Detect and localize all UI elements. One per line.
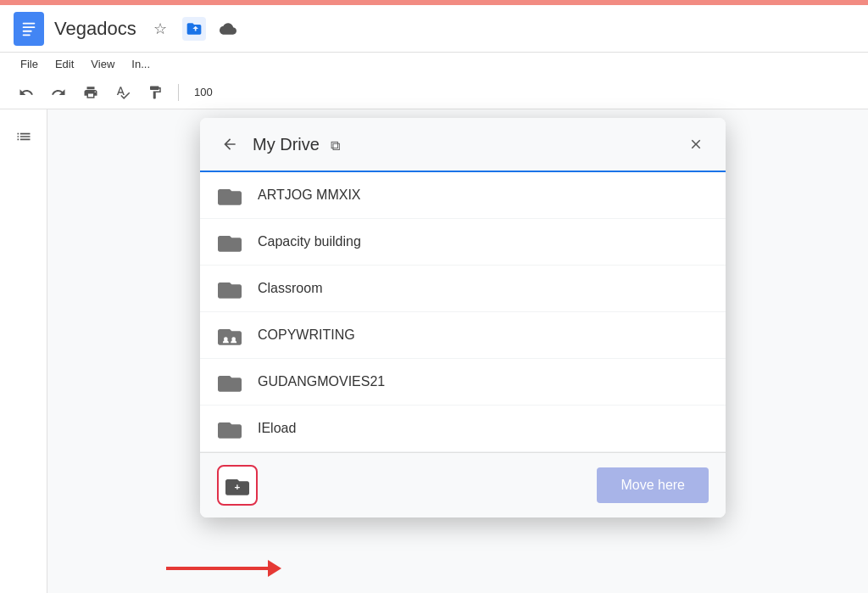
- external-link-icon[interactable]: ⧉: [331, 138, 340, 153]
- menu-edit[interactable]: Edit: [48, 54, 81, 74]
- folder-icon: [217, 277, 242, 299]
- toolbar: 100: [0, 76, 868, 109]
- svg-rect-1: [23, 22, 36, 24]
- folder-item[interactable]: Classroom: [200, 266, 726, 312]
- svg-rect-0: [19, 18, 38, 40]
- folder-name: Capacity building: [258, 234, 361, 249]
- arrow-shaft: [166, 567, 268, 570]
- arrow-head: [268, 560, 281, 577]
- main-area: My Drive ⧉ ARTJOG MMXIX Capacity buildin…: [0, 109, 868, 593]
- move-here-button[interactable]: Move here: [597, 467, 709, 503]
- svg-rect-3: [23, 30, 32, 31]
- dialog-footer: + Move here: [200, 452, 726, 517]
- folder-item[interactable]: Capacity building: [200, 219, 726, 266]
- folder-list: ARTJOG MMXIX Capacity building Classroom…: [200, 172, 726, 452]
- folder-item[interactable]: GUDANGMOVIES21: [200, 359, 726, 406]
- folder-icon: [217, 417, 242, 439]
- folder-item[interactable]: IEload: [200, 406, 726, 452]
- paint-format-button[interactable]: [142, 80, 168, 105]
- bookmark-icon[interactable]: ☆: [148, 17, 172, 41]
- folder-icon: [217, 371, 242, 393]
- undo-button[interactable]: [14, 80, 39, 105]
- svg-rect-4: [23, 34, 31, 36]
- dialog-title: My Drive ⧉: [253, 135, 683, 154]
- menu-view[interactable]: View: [84, 54, 121, 74]
- menu-file[interactable]: File: [14, 54, 45, 74]
- svg-text:+: +: [235, 481, 241, 492]
- cloud-icon[interactable]: [216, 17, 240, 41]
- spell-check-button[interactable]: [110, 80, 136, 105]
- header-icons: ☆: [148, 17, 240, 41]
- folder-name: GUDANGMOVIES21: [258, 374, 385, 389]
- folder-name: Classroom: [258, 281, 322, 296]
- folder-name: ARTJOG MMXIX: [258, 187, 361, 203]
- folder-name: IEload: [258, 421, 296, 436]
- folder-item[interactable]: COPYWRITING: [200, 312, 726, 359]
- sidebar: [0, 109, 47, 593]
- move-to-drive-icon[interactable]: [182, 17, 206, 41]
- app-icon: [14, 12, 44, 46]
- toolbar-separator: [178, 84, 179, 101]
- arrow-indicator: [166, 560, 281, 577]
- dialog-header: My Drive ⧉: [200, 118, 726, 172]
- shared-folder-icon: [217, 324, 242, 346]
- folder-name: COPYWRITING: [258, 327, 355, 343]
- menu-insert[interactable]: In...: [125, 54, 157, 74]
- sidebar-list-icon[interactable]: [10, 123, 37, 150]
- folder-item[interactable]: ARTJOG MMXIX: [200, 172, 726, 219]
- app-title: Vegadocs: [54, 18, 136, 40]
- document-area: My Drive ⧉ ARTJOG MMXIX Capacity buildin…: [47, 109, 868, 593]
- svg-rect-2: [23, 26, 36, 28]
- app-header: Vegadocs ☆: [0, 5, 868, 53]
- dialog-close-button[interactable]: [683, 131, 709, 157]
- zoom-level[interactable]: 100: [189, 84, 218, 100]
- dialog-back-button[interactable]: [217, 131, 242, 157]
- print-button[interactable]: [78, 80, 103, 105]
- folder-icon: [217, 184, 242, 206]
- move-dialog: My Drive ⧉ ARTJOG MMXIX Capacity buildin…: [200, 118, 726, 517]
- folder-icon: [217, 231, 242, 253]
- new-folder-button[interactable]: +: [217, 465, 258, 506]
- menu-bar: File Edit View In...: [0, 53, 868, 76]
- redo-button[interactable]: [46, 80, 71, 105]
